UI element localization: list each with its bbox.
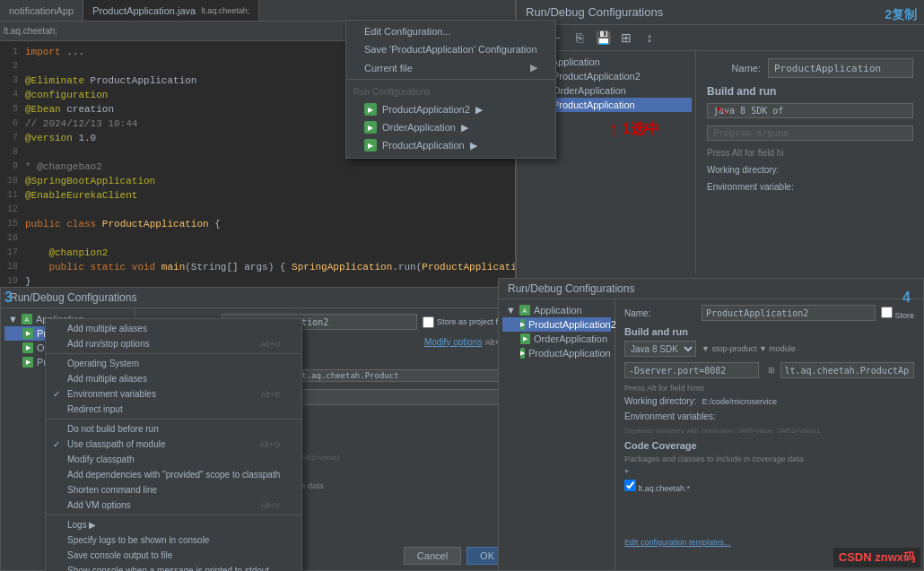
config-item-3[interactable]: ▶ ProductApplication ▶ xyxy=(346,136,555,154)
ctx-item-provided[interactable]: Add dependencies with "provided" scope t… xyxy=(46,467,301,482)
config-item-2[interactable]: ▶ OrderApplication ▶ xyxy=(346,118,555,136)
bl-store-label: Store as project file xyxy=(423,316,506,328)
name-input[interactable] xyxy=(768,58,913,78)
br-tree-item-1[interactable]: ▶ ProductApplication2 xyxy=(502,317,611,332)
current-file-label: Current file xyxy=(364,63,413,74)
submenu-arrow-1: ▶ xyxy=(475,104,483,116)
editor-tab-2[interactable]: ProductApplication.java lt.aq.cheetah; xyxy=(83,0,259,21)
ctx-section-2: Operating System Add multiple aliases ✓ … xyxy=(46,354,301,420)
config-form: Name: Build and run java 8 SDK of Progra… xyxy=(696,51,924,273)
ctx-item-shorten[interactable]: Shorten command line xyxy=(46,482,301,497)
ctx-label-os: Operating System xyxy=(67,359,139,368)
ctx-item-vm-options[interactable]: Add VM options Alt+V xyxy=(46,497,301,513)
br-vm-icon: ⊞ xyxy=(768,366,775,375)
ctx-label-vm: Add VM options xyxy=(67,500,131,510)
ctx-label-run-stop: Add run/stop options xyxy=(67,339,150,349)
java-sdk-row: java 8 SDK of xyxy=(707,103,913,118)
br-vm-row: ⊞ xyxy=(624,362,914,378)
cancel-button[interactable]: Cancel xyxy=(404,547,461,565)
br-name-input[interactable] xyxy=(702,305,876,321)
ctx-item-logs[interactable]: Logs ▶ xyxy=(46,517,301,532)
bl-module-field[interactable]: lt.aq.cheetah.Product xyxy=(292,369,506,382)
br-tree-header[interactable]: ▼ A Application xyxy=(502,303,611,317)
ctx-item-run-stop[interactable]: Add run/stop options Alt+U xyxy=(46,336,301,351)
run-configs-section: Run Configurations ▶ ProductApplication2… xyxy=(346,80,555,158)
ctx-item-redirect[interactable]: Redirect input xyxy=(46,402,301,417)
br-coverage-check[interactable] xyxy=(624,480,636,491)
tree-item-label-3: ProductApplication xyxy=(553,99,635,110)
watermark: CSDN znwx码 xyxy=(833,548,920,567)
config-label-2: OrderApplication xyxy=(382,122,456,133)
modify-options-link[interactable]: Modify options xyxy=(424,337,482,347)
bl-item-icon-2: ▶ xyxy=(22,342,33,353)
working-dir-row: Working directory: xyxy=(707,165,913,175)
sort-config-btn[interactable]: ⊞ xyxy=(617,29,635,47)
ctx-shortcut-vm: Alt+V xyxy=(261,501,281,510)
tab-label-2: ProductApplication.java xyxy=(92,5,196,16)
bottom-right-dialog: Run/Debug Configurations ▼ A Application… xyxy=(498,278,924,571)
run-debug-title: Run/Debug Configurations xyxy=(526,5,663,19)
br-item-icon-2: ▶ xyxy=(520,333,530,344)
name-row: Name: xyxy=(707,58,913,78)
br-store-checkbox[interactable] xyxy=(881,307,893,318)
ctx-label-modify-cp: Modify classpath xyxy=(67,454,134,464)
field-hint: Press Alt for field hi xyxy=(707,148,913,158)
tree-item-label-1: ProductApplication2 xyxy=(553,71,641,82)
tab-path: lt.aq.cheetah; xyxy=(201,6,249,15)
editor-tab-1[interactable]: notificationApp xyxy=(0,0,83,21)
br-tree-item-3[interactable]: ▶ ProductApplication xyxy=(502,346,611,360)
current-file-item[interactable]: Current file ▶ xyxy=(346,58,555,77)
br-config-link[interactable]: Edit configuration templates... xyxy=(624,538,731,547)
env-vars-label: Environment variable: xyxy=(707,182,794,192)
prog-args-field[interactable]: Program argume xyxy=(707,125,913,141)
bottom-left-dialog-header: Run/Debug Configurations xyxy=(1,288,515,308)
ctx-item-os[interactable]: Operating System xyxy=(46,356,301,371)
br-dialog-body: ▼ A Application ▶ ProductApplication2 ▶ … xyxy=(499,299,923,569)
ctx-check-cp: ✓ xyxy=(53,439,60,449)
ctx-item-env-vars[interactable]: ✓ Environment variables Alt+E xyxy=(46,386,301,402)
config-item-1[interactable]: ▶ ProductApplication2 ▶ xyxy=(346,100,555,118)
breadcrumb: lt.aq.cheetah; xyxy=(4,26,57,36)
context-menu[interactable]: Add multiple aliases Add run/stop option… xyxy=(45,318,302,571)
config-icon-2: ▶ xyxy=(364,121,377,134)
br-tree-item-2[interactable]: ▶ OrderApplication xyxy=(502,332,611,346)
edit-configuration-item[interactable]: Edit Configuration... xyxy=(346,22,555,40)
ctx-item-modify-cp[interactable]: Modify classpath xyxy=(46,452,301,467)
bl-item-icon-3: ▶ xyxy=(22,357,33,368)
run-config-dropdown[interactable]: Edit Configuration... Save 'ProductAppli… xyxy=(345,20,556,159)
br-app-icon: A xyxy=(519,305,530,316)
java-sdk-field[interactable]: java 8 SDK of xyxy=(707,103,913,118)
br-java-select[interactable]: Java 8 SDK of xyxy=(624,341,696,357)
config-icon-1: ▶ xyxy=(364,103,377,116)
bl-store-checkbox[interactable] xyxy=(423,316,434,328)
ctx-shortcut-run-stop: Alt+U xyxy=(260,340,280,349)
copy-config-btn[interactable]: ⎘ xyxy=(571,29,588,47)
br-hint: Press Alt for field hints xyxy=(624,384,914,393)
ctx-item-aliases2[interactable]: Add multiple aliases xyxy=(46,371,301,386)
br-expand-icon: ▼ xyxy=(506,305,516,316)
ctx-section-3: Do not build before run ✓ Use classpath … xyxy=(46,420,301,515)
br-working-dir-label: Working directory: xyxy=(624,396,696,406)
ctx-item-show-stdout[interactable]: Show console when a message is printed t… xyxy=(46,563,301,571)
save-configuration-item[interactable]: Save 'ProductApplication' Configuration xyxy=(346,40,555,58)
ctx-item-save-console[interactable]: Save console output to file xyxy=(46,548,301,563)
ctx-item-add-aliases[interactable]: Add multiple aliases xyxy=(46,321,301,336)
bl-item-icon-1: ▶ xyxy=(22,328,33,339)
ctx-section-1: Add multiple aliases Add run/stop option… xyxy=(46,319,301,354)
br-dialog-title: Run/Debug Configurations xyxy=(508,282,634,295)
ctx-label-env: Environment variables xyxy=(67,389,156,399)
run-debug-panel: Run/Debug Configurations + − ⎘ 💾 ⊞ ↕ ▼ A… xyxy=(516,0,924,287)
working-dir-label: Working directory: xyxy=(707,165,779,175)
ctx-label-no-build: Do not build before run xyxy=(67,424,159,434)
br-main-class-input[interactable] xyxy=(780,362,915,378)
save-config-btn[interactable]: 💾 xyxy=(594,29,612,47)
tab-label-1: notificationApp xyxy=(9,5,74,16)
ctx-item-classpath[interactable]: ✓ Use classpath of module Alt+O xyxy=(46,437,301,452)
config-label-3: ProductApplication xyxy=(382,140,465,151)
br-name-row: Name: Store xyxy=(624,305,914,321)
br-env-label: Environment variables: xyxy=(624,411,716,421)
ctx-item-no-build[interactable]: Do not build before run xyxy=(46,421,301,437)
move-config-btn[interactable]: ↕ xyxy=(641,29,658,47)
ctx-item-show-logs[interactable]: Specify logs to be shown in console xyxy=(46,532,301,548)
br-vm-input[interactable] xyxy=(624,362,759,378)
